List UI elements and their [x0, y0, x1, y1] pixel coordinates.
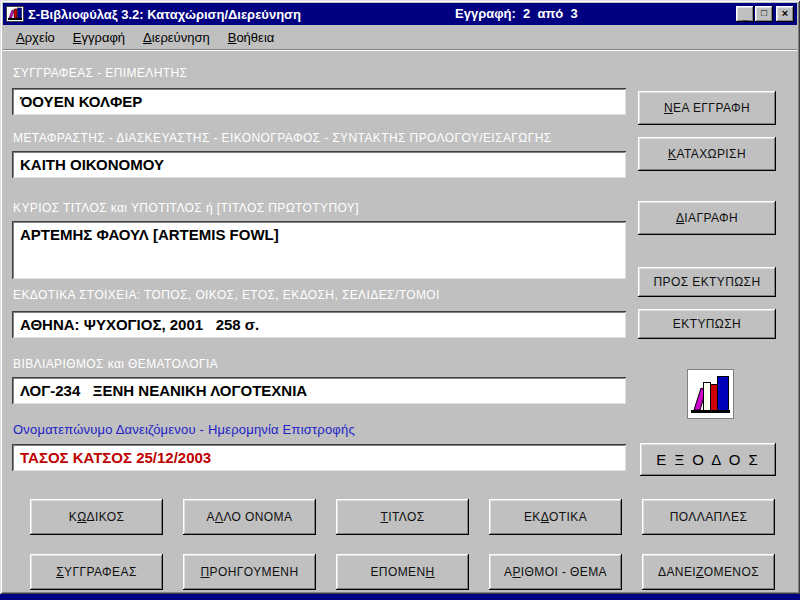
borrower-label: Ονοματεπώνυμο Δανειζόμενου - Ημερομηνία …: [13, 422, 355, 437]
borrower-search-button[interactable]: ΔΑΝΕΙΖΟΜΕΝΟΣ: [642, 554, 775, 590]
app-window: Σ-Βιβλιοφύλαξ 3.2: Καταχώριση/Διερεύνηση…: [0, 0, 800, 594]
close-button[interactable]: ×: [776, 6, 794, 22]
minimize-button[interactable]: _: [736, 6, 754, 22]
code-button[interactable]: ΚΩΔΙΚΟΣ: [30, 499, 163, 535]
menu-item-search[interactable]: Διερεύνηση: [134, 27, 219, 48]
translator-label: ΜΕΤΑΦΡΑΣΤΗΣ - ΔΙΑΣΚΕΥΑΣΤΗΣ - ΕΙΚΟΝΟΓΡΑΦΟ…: [13, 131, 552, 145]
window-title: Σ-Βιβλιοφύλαξ 3.2: Καταχώριση/Διερεύνηση: [28, 7, 301, 22]
new-record-button[interactable]: ΝΕΑ ΕΓΓΡΑΦΗ: [638, 91, 776, 125]
title-search-button[interactable]: ΤΙΤΛΟΣ: [336, 499, 469, 535]
other-name-button[interactable]: ΑΛΛΟ ΟΝΟΜΑ: [183, 499, 316, 535]
book-number-field[interactable]: ΛΟΓ-234 ΞΕΝΗ ΝΕΑΝΙΚΗ ΛΟΓΟΤΕΧΝΙΑ: [12, 377, 626, 404]
publication-search-button[interactable]: ΕΚΔΟΤΙΚΑ: [489, 499, 622, 535]
publication-field[interactable]: ΑΘΗΝΑ: ΨΥΧΟΓΙΟΣ, 2001 258 σ.: [12, 311, 626, 338]
window-controls: _ □ ×: [735, 6, 797, 22]
menu-item-record[interactable]: Εγγραφή: [64, 27, 134, 48]
record-counter: Εγγραφή: 2 από 3: [455, 6, 578, 21]
multiple-search-button[interactable]: ΠΟΛΛΑΠΛΕΣ: [642, 499, 775, 535]
save-button[interactable]: ΚΑΤΑΧΩΡΙΣΗ: [638, 137, 776, 171]
publication-label: ΕΚΔΟΤΙΚΑ ΣΤΟΙΧΕΙΑ: ΤΟΠΟΣ, ΟΙΚΟΣ, ΕΤΟΣ, Ε…: [13, 288, 440, 302]
print-button[interactable]: ΕΚΤΥΠΩΣΗ: [638, 309, 776, 339]
next-record-button[interactable]: ΕΠΟΜΕΝΗ: [336, 554, 469, 590]
titlebar: Σ-Βιβλιοφύλαξ 3.2: Καταχώριση/Διερεύνηση…: [3, 3, 797, 25]
author-search-button[interactable]: ΣΥΓΓΡΑΦΕΑΣ: [30, 554, 163, 590]
exit-button[interactable]: Ε Ξ Ο Δ Ο Σ: [640, 443, 776, 476]
maximize-button[interactable]: □: [755, 6, 773, 22]
books-icon: [687, 369, 734, 419]
menu-divider: [3, 49, 797, 51]
translator-field[interactable]: ΚΑΙΤΗ ΟΙΚΟΝΟΜΟΥ: [12, 151, 626, 178]
borrower-field[interactable]: ΤΑΣΟΣ ΚΑΤΣΟΣ 25/12/2003: [12, 444, 626, 471]
to-print-button[interactable]: ΠΡΟΣ ΕΚΤΥΠΩΣΗ: [638, 267, 776, 297]
book-number-label: ΒΙΒΛΙΑΡΙΘΜΟΣ και ΘΕΜΑΤΟΛΟΓΙΑ: [13, 357, 218, 371]
author-field[interactable]: ΌΟΥΕΝ ΚΟΛΦΕΡ: [12, 88, 626, 115]
numbers-subject-button[interactable]: ΑΡΙΘΜΟΙ - ΘΕΜΑ: [489, 554, 622, 590]
author-label: ΣΥΓΓΡΑΦΕΑΣ - ΕΠΙΜΕΛΗΤΗΣ: [13, 66, 187, 80]
menu-item-help[interactable]: Βοήθεια: [219, 27, 284, 48]
books-icon: [6, 6, 24, 22]
menubar: Αρχείο Εγγραφή Διερεύνηση Βοήθεια: [3, 26, 797, 48]
title-label: ΚΥΡΙΟΣ ΤΙΤΛΟΣ και ΥΠΟΤΙΤΛΟΣ ή [ΤΙΤΛΟΣ ΠΡ…: [13, 201, 359, 215]
delete-button[interactable]: ΔΙΑΓΡΑΦΗ: [638, 201, 776, 235]
previous-record-button[interactable]: ΠΡΟΗΓΟΥΜΕΝΗ: [183, 554, 316, 590]
menu-item-file[interactable]: Αρχείο: [7, 27, 64, 48]
title-field[interactable]: ΑΡΤΕΜΗΣ ΦΑΟΥΛ [ARTEMIS FOWL]: [12, 221, 626, 279]
